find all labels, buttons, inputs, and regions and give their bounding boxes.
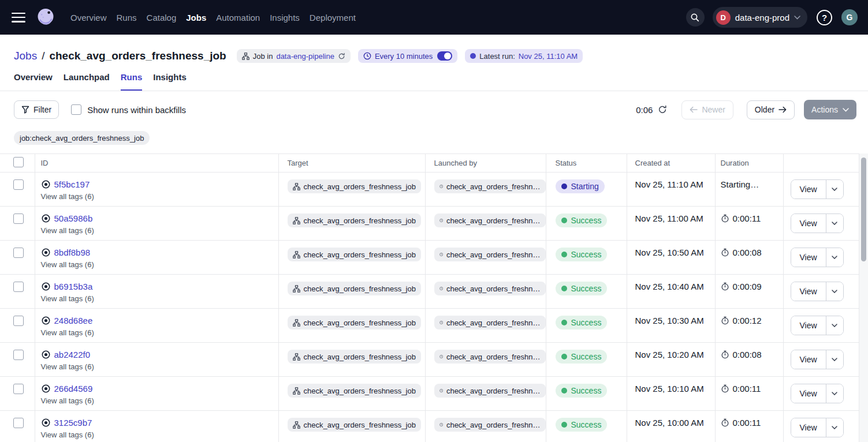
run-id-link[interactable]: b6915b3a: [54, 282, 93, 291]
refresh-button[interactable]: [658, 105, 667, 114]
launched-by-chip[interactable]: check_avg_orders_freshn…: [434, 384, 546, 398]
target-chip[interactable]: check_avg_orders_freshness_job: [288, 316, 421, 329]
nav-item-automation[interactable]: Automation: [216, 13, 260, 23]
tab-overview[interactable]: Overview: [14, 72, 53, 91]
view-run-button[interactable]: View: [791, 248, 826, 267]
select-all-checkbox[interactable]: [13, 157, 24, 167]
deployment-switcher[interactable]: D data-eng-prod: [713, 7, 807, 28]
user-avatar[interactable]: G: [841, 9, 858, 25]
row-checkbox[interactable]: [13, 384, 24, 394]
target-chip[interactable]: check_avg_orders_freshness_job: [288, 248, 421, 261]
newer-button[interactable]: Newer: [681, 100, 733, 119]
view-dropdown-button[interactable]: [826, 316, 843, 335]
row-checkbox[interactable]: [13, 179, 24, 190]
launched-by-chip[interactable]: check_avg_orders_freshn…: [434, 350, 546, 364]
nav-item-runs[interactable]: Runs: [117, 13, 137, 23]
launched-by-chip[interactable]: check_avg_orders_freshn…: [434, 418, 546, 432]
view-run-button[interactable]: View: [791, 418, 826, 437]
show-backfills-checkbox[interactable]: [71, 104, 81, 115]
view-dropdown-button[interactable]: [826, 180, 843, 198]
older-button[interactable]: Older: [747, 100, 795, 119]
view-run-button[interactable]: View: [791, 214, 826, 233]
run-id-link[interactable]: 5f5bc197: [54, 179, 90, 189]
launched-by-chip[interactable]: check_avg_orders_freshn…: [434, 316, 546, 329]
nav-item-jobs[interactable]: Jobs: [186, 13, 206, 23]
reload-icon[interactable]: [338, 53, 345, 60]
hamburger-menu-icon[interactable]: [12, 13, 25, 23]
view-button-group: View: [791, 350, 844, 369]
view-run-button[interactable]: View: [791, 282, 826, 301]
view-all-tags-link[interactable]: View all tags (6): [41, 226, 278, 235]
view-dropdown-button[interactable]: [826, 418, 843, 437]
breadcrumb-jobs-link[interactable]: Jobs: [14, 50, 37, 62]
view-all-tags-link[interactable]: View all tags (6): [41, 430, 278, 439]
run-id-link[interactable]: ab2422f0: [54, 350, 91, 359]
run-id-link[interactable]: 248d68ee: [54, 316, 93, 325]
run-id-link[interactable]: 8bdf8b98: [54, 248, 91, 257]
view-dropdown-button[interactable]: [826, 350, 843, 369]
actions-button[interactable]: Actions: [804, 100, 856, 119]
view-dropdown-button[interactable]: [826, 248, 843, 267]
launched-by-chip[interactable]: check_avg_orders_freshn…: [434, 213, 546, 227]
view-run-button[interactable]: View: [791, 180, 826, 198]
dagster-logo-icon[interactable]: [35, 6, 57, 28]
clock-icon: [439, 319, 443, 327]
target-chip[interactable]: check_avg_orders_freshness_job: [288, 282, 421, 295]
target-chip[interactable]: check_avg_orders_freshness_job: [288, 384, 421, 398]
row-checkbox[interactable]: [13, 213, 24, 224]
row-checkbox[interactable]: [13, 350, 24, 360]
target-chip-label: check_avg_orders_freshness_job: [304, 284, 416, 293]
table-body: 5f5bc197 View all tags (6) check_avg_ord…: [0, 173, 859, 442]
job-graph-icon: [293, 387, 300, 395]
target-chip[interactable]: check_avg_orders_freshness_job: [288, 213, 421, 227]
tab-insights[interactable]: Insights: [153, 72, 187, 91]
view-run-button[interactable]: View: [791, 384, 826, 403]
tab-runs[interactable]: Runs: [121, 72, 143, 91]
view-dropdown-button[interactable]: [826, 214, 843, 233]
launched-by-chip[interactable]: check_avg_orders_freshn…: [434, 282, 546, 295]
nav-item-catalog[interactable]: Catalog: [147, 13, 177, 23]
filter-button[interactable]: Filter: [14, 100, 59, 119]
created-at: Nov 25, 10:20 AM: [635, 350, 704, 359]
row-checkbox[interactable]: [13, 282, 24, 292]
view-all-tags-link[interactable]: View all tags (6): [41, 294, 278, 303]
search-button[interactable]: [686, 8, 705, 27]
deployment-name: data-eng-prod: [735, 13, 789, 23]
nav-item-deployment[interactable]: Deployment: [310, 13, 356, 23]
nav-item-overview[interactable]: Overview: [70, 13, 107, 23]
scrollbar-thumb[interactable]: [861, 158, 866, 261]
view-all-tags-link[interactable]: View all tags (6): [41, 328, 278, 337]
launched-by-chip[interactable]: check_avg_orders_freshn…: [434, 248, 546, 261]
code-location-link[interactable]: data-eng-pipeline: [276, 52, 334, 61]
run-id-link[interactable]: 50a5986b: [54, 213, 93, 223]
target-chip[interactable]: check_avg_orders_freshness_job: [288, 418, 421, 432]
view-dropdown-button[interactable]: [826, 282, 843, 301]
duration-value: 0:00:08: [733, 350, 762, 359]
view-all-tags-link[interactable]: View all tags (6): [41, 362, 278, 371]
view-run-button[interactable]: View: [791, 350, 826, 369]
view-run-button[interactable]: View: [791, 316, 826, 335]
target-chip[interactable]: check_avg_orders_freshness_job: [288, 179, 421, 193]
vertical-scrollbar[interactable]: [859, 153, 868, 442]
tab-launchpad[interactable]: Launchpad: [64, 72, 110, 91]
latest-run-badge: Latest run: Nov 25, 11:10 AM: [465, 49, 583, 63]
chevron-down-icon: [794, 16, 800, 20]
row-checkbox[interactable]: [13, 418, 24, 428]
latest-run-time-link[interactable]: Nov 25, 11:10 AM: [519, 52, 578, 61]
row-checkbox[interactable]: [13, 316, 24, 326]
view-all-tags-link[interactable]: View all tags (6): [41, 260, 278, 269]
column-header-id: ID: [35, 154, 278, 173]
row-checkbox[interactable]: [13, 248, 24, 258]
help-icon[interactable]: ?: [817, 10, 832, 25]
view-all-tags-link[interactable]: View all tags (6): [41, 192, 278, 201]
view-dropdown-button[interactable]: [826, 384, 843, 403]
launched-by-chip[interactable]: check_avg_orders_freshn…: [434, 179, 546, 193]
latest-run-dot-icon: [470, 53, 476, 59]
run-id-link[interactable]: 3125c9b7: [54, 418, 92, 428]
run-id-link[interactable]: 266d4569: [54, 384, 93, 394]
nav-item-insights[interactable]: Insights: [270, 13, 300, 23]
job-filter-tag[interactable]: job:check_avg_orders_freshness_job: [14, 131, 150, 145]
target-chip[interactable]: check_avg_orders_freshness_job: [288, 350, 421, 364]
view-all-tags-link[interactable]: View all tags (6): [41, 396, 278, 405]
schedule-toggle[interactable]: [437, 51, 452, 61]
